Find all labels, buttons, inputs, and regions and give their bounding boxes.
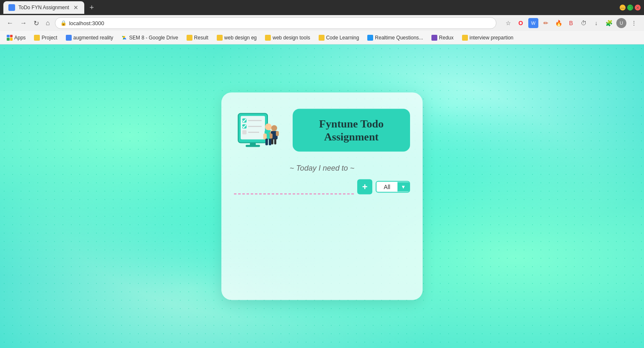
bookmark-web-design-eg[interactable]: web design eg bbox=[213, 34, 260, 42]
bookmark-augmented-reality-label: augmented reality bbox=[73, 35, 113, 41]
bookmark-redux-label: Redux bbox=[439, 35, 454, 41]
url-text: localhost:3000 bbox=[69, 20, 104, 26]
card-title: Fyntune Todo Assignment bbox=[299, 117, 403, 143]
todo-input[interactable] bbox=[234, 179, 354, 195]
star-icon[interactable]: ☆ bbox=[503, 18, 513, 28]
card-title-box: Fyntune Todo Assignment bbox=[293, 109, 410, 151]
filter-select-wrapper: All ▼ bbox=[376, 181, 410, 193]
svg-rect-19 bbox=[276, 131, 279, 136]
tab-title: ToDo FYN Assignment bbox=[18, 5, 69, 10]
bookmark-code-learning-icon bbox=[319, 35, 325, 41]
bookmark-result[interactable]: Result bbox=[183, 34, 212, 42]
bookmark-project-icon bbox=[34, 35, 40, 41]
address-bar: ← → ↻ ⌂ 🔒 localhost:3000 ☆ O W ✏ 🔥 B ⏱ ↓… bbox=[0, 15, 644, 31]
bookmark-augmented-reality-icon bbox=[66, 35, 72, 41]
card-illustration bbox=[234, 105, 284, 156]
new-tab-button[interactable]: + bbox=[86, 2, 98, 13]
bookmark-web-design-eg-label: web design eg bbox=[224, 35, 257, 41]
close-button[interactable]: ✕ bbox=[635, 5, 641, 10]
svg-rect-15 bbox=[269, 139, 271, 145]
apps-grid-icon bbox=[7, 35, 13, 41]
tab-favicon bbox=[8, 4, 15, 11]
menu-button[interactable]: ⋮ bbox=[629, 18, 639, 28]
title-bar: ToDo FYN Assignment ✕ + — ❐ ✕ bbox=[0, 0, 644, 15]
input-row: + All ▼ bbox=[234, 179, 410, 195]
forward-button[interactable]: → bbox=[18, 18, 29, 29]
bookmark-web-design-tools-label: web design tools bbox=[273, 35, 310, 41]
extension-icon-1[interactable]: W bbox=[528, 18, 538, 28]
browser-chrome: ToDo FYN Assignment ✕ + — ❐ ✕ ← → ↻ ⌂ 🔒 … bbox=[0, 0, 644, 44]
todo-list bbox=[234, 200, 410, 283]
browser-tab[interactable]: ToDo FYN Assignment ✕ bbox=[3, 1, 84, 14]
svg-rect-18 bbox=[270, 134, 273, 139]
card-header: Fyntune Todo Assignment bbox=[234, 105, 410, 156]
bookmark-interview-prepartion[interactable]: interview prepartion bbox=[459, 34, 517, 42]
page-content: Fyntune Todo Assignment ~ Today I need t… bbox=[0, 44, 644, 348]
bookmark-result-label: Result bbox=[194, 35, 208, 41]
bookmark-result-icon bbox=[187, 35, 192, 41]
bookmarks-bar: Apps Project augmented reality SEM 8 - G… bbox=[0, 31, 644, 44]
bookmark-project-label: Project bbox=[42, 35, 57, 41]
subtitle: ~ Today I need to ~ bbox=[234, 164, 410, 173]
bookmark-apps-label: Apps bbox=[14, 35, 26, 41]
profile-icon[interactable]: U bbox=[616, 18, 626, 28]
app-card: Fyntune Todo Assignment ~ Today I need t… bbox=[221, 93, 423, 300]
lock-icon: 🔒 bbox=[60, 20, 67, 26]
maximize-button[interactable]: ❐ bbox=[627, 5, 633, 10]
filter-select-value: All bbox=[377, 182, 397, 192]
extension-icon-5[interactable]: ⏱ bbox=[579, 18, 589, 28]
toolbar-icons: ☆ O W ✏ 🔥 B ⏱ ↓ 🧩 U ⋮ bbox=[503, 18, 639, 28]
svg-rect-4 bbox=[242, 130, 247, 135]
svg-rect-14 bbox=[265, 139, 268, 145]
bookmark-web-design-tools[interactable]: web design tools bbox=[262, 34, 313, 42]
window-controls: — ❐ ✕ bbox=[620, 5, 641, 10]
add-todo-button[interactable]: + bbox=[357, 179, 372, 195]
tab-close-button[interactable]: ✕ bbox=[73, 4, 79, 11]
home-button[interactable]: ⌂ bbox=[44, 18, 52, 29]
back-button[interactable]: ← bbox=[5, 18, 15, 29]
extension-icon-7[interactable]: 🧩 bbox=[604, 18, 614, 28]
svg-rect-9 bbox=[246, 145, 260, 147]
svg-rect-12 bbox=[263, 134, 267, 140]
bookmark-sem8-icon bbox=[122, 35, 127, 41]
svg-point-10 bbox=[265, 124, 272, 130]
extension-icon-6[interactable]: ↓ bbox=[591, 18, 601, 28]
bookmark-code-learning[interactable]: Code Learning bbox=[315, 34, 363, 42]
bookmark-realtime-questions[interactable]: Realtime Questions... bbox=[364, 34, 426, 42]
extension-icon-2[interactable]: ✏ bbox=[541, 18, 551, 28]
bookmark-project[interactable]: Project bbox=[31, 34, 60, 42]
svg-point-16 bbox=[271, 125, 277, 131]
bookmark-sem8-google-drive[interactable]: SEM 8 - Google Drive bbox=[118, 34, 182, 42]
svg-rect-20 bbox=[271, 139, 273, 145]
bookmark-web-design-tools-icon bbox=[265, 35, 271, 41]
url-bar[interactable]: 🔒 localhost:3000 bbox=[55, 17, 496, 29]
extension-icon-4[interactable]: B bbox=[566, 18, 576, 28]
opera-icon[interactable]: O bbox=[516, 18, 526, 28]
bookmark-sem8-label: SEM 8 - Google Drive bbox=[129, 35, 178, 41]
filter-dropdown-button[interactable]: ▼ bbox=[397, 182, 409, 192]
bookmark-apps[interactable]: Apps bbox=[3, 34, 29, 42]
minimize-button[interactable]: — bbox=[620, 5, 626, 10]
bookmark-interview-prepartion-icon bbox=[462, 35, 468, 41]
bookmark-interview-prepartion-label: interview prepartion bbox=[470, 35, 514, 41]
extension-icon-3[interactable]: 🔥 bbox=[553, 18, 564, 28]
svg-rect-21 bbox=[274, 139, 276, 145]
bookmark-redux-icon bbox=[431, 35, 437, 41]
reload-button[interactable]: ↻ bbox=[32, 18, 41, 29]
bookmark-augmented-reality[interactable]: augmented reality bbox=[62, 34, 117, 42]
bookmark-realtime-questions-icon bbox=[367, 35, 373, 41]
bookmark-web-design-eg-icon bbox=[217, 35, 223, 41]
bookmark-code-learning-label: Code Learning bbox=[326, 35, 359, 41]
bookmark-redux[interactable]: Redux bbox=[428, 34, 457, 42]
bookmark-realtime-questions-label: Realtime Questions... bbox=[375, 35, 423, 41]
